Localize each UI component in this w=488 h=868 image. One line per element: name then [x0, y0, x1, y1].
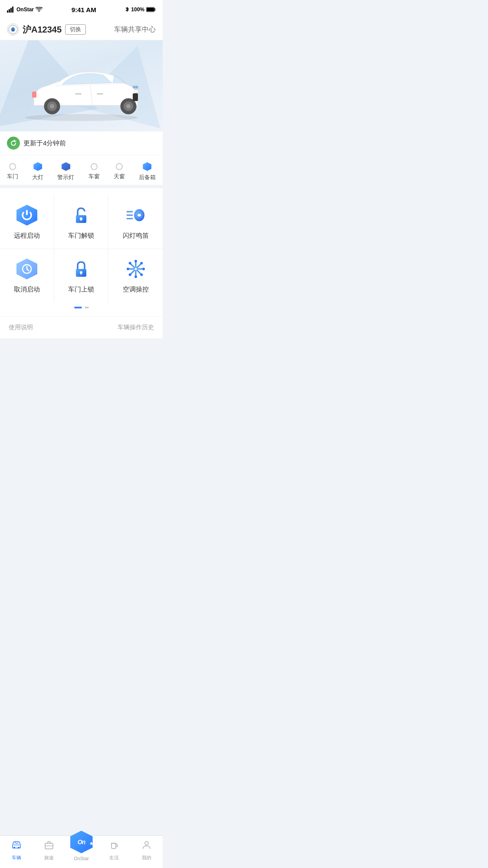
- flash-horn-svg: [124, 204, 147, 226]
- dot-active[interactable]: [74, 307, 82, 308]
- door-unlock-icon: [70, 204, 92, 226]
- car-image-container: 英朗: [0, 49, 163, 127]
- dot-inactive[interactable]: [85, 307, 89, 308]
- action-flash-horn[interactable]: 闪灯鸣笛: [108, 195, 163, 249]
- indicator-window[interactable]: 车窗: [88, 163, 100, 180]
- status-right: 100%: [125, 7, 156, 13]
- indicator-label-headlight: 大灯: [32, 174, 43, 181]
- indicator-dot-trunk: [143, 162, 151, 171]
- indicator-trunk[interactable]: 后备箱: [139, 162, 156, 181]
- svg-point-47: [134, 260, 137, 262]
- status-left: OnStar: [7, 7, 43, 13]
- svg-rect-21: [97, 93, 103, 95]
- svg-point-51: [128, 262, 131, 265]
- battery-percent: 100%: [131, 7, 144, 13]
- ac-control-icon: [124, 258, 147, 280]
- app-header: 沪A12345 切换 车辆共享中心: [0, 19, 163, 40]
- status-indicators: 车门 大灯 警示灯 车窗 天窗 后备箱: [0, 155, 163, 185]
- history-link[interactable]: 车辆操作历史: [118, 324, 154, 331]
- door-lock-svg: [70, 258, 92, 280]
- svg-rect-24: [26, 210, 28, 215]
- indicator-door[interactable]: 车门: [7, 163, 18, 180]
- door-unlock-svg: [70, 204, 92, 226]
- svg-point-17: [50, 104, 54, 108]
- indicator-dot-window: [91, 163, 98, 170]
- door-unlock-label: 车门解锁: [68, 232, 94, 240]
- pagination-dots: [0, 302, 163, 313]
- buick-logo-svg: [8, 25, 18, 34]
- buick-logo: [7, 23, 19, 36]
- bluetooth-icon: [125, 7, 129, 13]
- svg-point-9: [11, 30, 14, 32]
- switch-button[interactable]: 切换: [65, 24, 86, 35]
- header-left: 沪A12345 切换: [7, 23, 114, 36]
- indicator-headlight[interactable]: 大灯: [32, 162, 43, 181]
- svg-rect-5: [147, 8, 154, 11]
- indicator-dot-door: [9, 163, 16, 170]
- svg-rect-41: [81, 272, 82, 275]
- flash-horn-label: 闪灯鸣笛: [123, 232, 149, 240]
- svg-rect-3: [12, 7, 13, 13]
- indicator-dot-sunroof: [116, 163, 123, 170]
- battery-icon: [146, 7, 156, 12]
- status-bar: OnStar 9:41 AM 100%: [0, 0, 163, 19]
- svg-point-54: [128, 273, 131, 276]
- plate-number: 沪A12345: [23, 24, 62, 36]
- indicator-sunroof[interactable]: 天窗: [114, 163, 125, 180]
- action-ac-control[interactable]: 空调操控: [108, 249, 163, 302]
- svg-rect-18: [133, 93, 138, 101]
- actions-grid: 远程启动: [0, 195, 163, 302]
- svg-rect-19: [32, 92, 36, 98]
- remote-start-icon: [16, 204, 38, 226]
- svg-point-48: [134, 275, 137, 278]
- refresh-icon[interactable]: [7, 137, 20, 150]
- cancel-start-svg: [16, 258, 38, 280]
- action-door-lock[interactable]: 车门上锁: [54, 249, 108, 302]
- ac-control-label: 空调操控: [123, 285, 149, 294]
- remote-start-label: 远程启动: [14, 232, 40, 240]
- indicator-dot-hazard: [62, 162, 70, 171]
- action-cancel-start[interactable]: 取消启动: [0, 249, 54, 302]
- update-text: 更新于4分钟前: [23, 139, 66, 147]
- signal-icon: [7, 7, 15, 13]
- indicator-label-sunroof: 天窗: [114, 173, 125, 180]
- actions-section: 远程启动: [0, 188, 163, 316]
- flash-horn-icon: [124, 204, 147, 226]
- svg-rect-0: [7, 10, 8, 13]
- cancel-start-icon: [16, 258, 38, 280]
- refresh-arrow-icon: [10, 140, 17, 147]
- action-door-unlock[interactable]: 车门解锁: [54, 195, 108, 249]
- svg-point-50: [142, 268, 145, 270]
- door-lock-label: 车门上锁: [68, 285, 94, 294]
- svg-point-56: [134, 268, 137, 270]
- svg-point-53: [140, 262, 143, 265]
- indicator-dot-headlight: [33, 162, 42, 171]
- svg-point-14: [126, 104, 131, 108]
- svg-point-52: [140, 273, 143, 276]
- cancel-start-label: 取消启动: [14, 285, 40, 294]
- update-bar[interactable]: 更新于4分钟前: [0, 131, 163, 155]
- wifi-icon: [36, 7, 43, 12]
- svg-rect-20: [75, 93, 82, 95]
- svg-text:英朗: 英朗: [132, 85, 138, 88]
- carrier-label: OnStar: [16, 7, 34, 13]
- status-time: 9:41 AM: [72, 6, 96, 13]
- car-image: 英朗: [12, 53, 151, 123]
- ac-control-svg: [124, 258, 147, 280]
- instructions-link[interactable]: 使用说明: [9, 324, 33, 331]
- remote-start-svg: [16, 204, 38, 226]
- svg-rect-1: [9, 9, 10, 13]
- indicator-label-hazard: 警示灯: [57, 174, 74, 181]
- indicator-label-door: 车门: [7, 173, 18, 180]
- door-lock-icon: [70, 258, 92, 280]
- indicator-hazard[interactable]: 警示灯: [57, 162, 74, 181]
- car-hero-section: 英朗: [0, 40, 163, 131]
- footer-links: 使用说明 车辆操作历史: [0, 317, 163, 338]
- action-remote-start[interactable]: 远程启动: [0, 195, 54, 249]
- svg-point-10: [25, 114, 138, 121]
- indicator-label-window: 车窗: [88, 173, 100, 180]
- svg-rect-2: [10, 8, 12, 13]
- indicator-label-trunk: 后备箱: [139, 174, 156, 181]
- svg-point-49: [127, 268, 129, 270]
- vehicle-share-label[interactable]: 车辆共享中心: [114, 25, 156, 34]
